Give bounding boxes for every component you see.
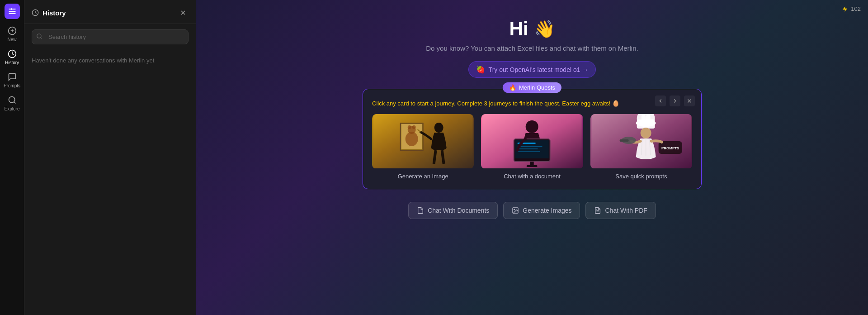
quest-card-chat-document[interactable]: Chat with a document — [481, 114, 583, 180]
svg-rect-30 — [518, 151, 540, 152]
main-content: 102 Hi 👋 Do you know? You can attach Exc… — [196, 0, 868, 315]
quest-card-2-image — [481, 114, 583, 168]
svg-rect-28 — [518, 146, 542, 147]
openai-emoji: 🍓 — [476, 65, 485, 74]
chat-with-pdf-button[interactable]: Chat With PDF — [585, 202, 656, 219]
quest-img-1 — [372, 114, 474, 168]
try-openai-button[interactable]: 🍓 Try out OpenAI's latest model o1 → — [468, 61, 596, 78]
greeting-section: Hi 👋 Do you know? You can attach Excel f… — [351, 18, 713, 52]
quest-img-3: PROMPTS — [590, 114, 692, 168]
chat-with-documents-button[interactable]: Chat With Documents — [408, 202, 498, 219]
svg-point-21 — [434, 123, 443, 133]
history-title-text: History — [42, 9, 66, 17]
history-header: History — [24, 0, 196, 24]
svg-point-5 — [9, 97, 14, 103]
sidebar-prompts-label: Prompts — [4, 83, 20, 88]
sidebar-item-new[interactable]: New — [1, 23, 24, 46]
quests-badge-emoji: 🔥 — [509, 84, 516, 91]
quest-card-3-label: Save quick prompts — [590, 173, 692, 180]
chat-pdf-label: Chat With PDF — [605, 207, 647, 214]
sidebar-item-prompts[interactable]: Prompts — [1, 69, 24, 92]
bottom-actions: Chat With Documents Generate Images Chat… — [408, 202, 656, 219]
egg-emoji: 🥚 — [612, 100, 619, 107]
try-openai-label: Try out OpenAI's latest model o1 → — [489, 66, 589, 73]
history-panel: History Haven't done any conversations w… — [24, 0, 196, 315]
quest-card-2-label: Chat with a document — [481, 173, 583, 180]
history-icon — [32, 9, 39, 16]
quest-card-1-image — [372, 114, 474, 168]
document-icon — [417, 207, 424, 214]
greeting-row: Hi 👋 — [351, 18, 713, 40]
sidebar-history-label: History — [5, 60, 19, 65]
svg-line-11 — [41, 37, 42, 38]
quests-close-button[interactable] — [684, 95, 695, 106]
badge-counter[interactable]: 102 — [842, 5, 861, 12]
svg-text:PROMPTS: PROMPTS — [661, 146, 679, 150]
quests-description-text: Click any card to start a journey. Compl… — [372, 100, 612, 107]
quests-badge: 🔥 Merlin Quests — [503, 82, 561, 93]
greeting-wave: 👋 — [534, 19, 555, 39]
history-search-box — [32, 29, 189, 44]
svg-rect-29 — [518, 148, 538, 149]
sidebar-item-history[interactable]: History — [1, 46, 24, 69]
quest-card-3-image: PROMPTS — [590, 114, 692, 168]
svg-point-20 — [412, 125, 416, 129]
svg-point-24 — [526, 120, 538, 133]
generate-images-label: Generate Images — [523, 207, 571, 214]
svg-rect-44 — [619, 139, 628, 142]
history-title: History — [32, 9, 66, 17]
lightning-icon — [842, 6, 848, 12]
quests-container: 🔥 Merlin Quests — [363, 89, 702, 189]
svg-point-39 — [640, 128, 651, 138]
quest-card-1-label: Generate an Image — [372, 173, 474, 180]
quests-cards-row: Generate an Image — [372, 114, 692, 180]
generate-images-button[interactable]: Generate Images — [503, 202, 580, 219]
quests-card: Click any card to start a journey. Compl… — [363, 89, 702, 189]
sidebar: New History Prompts Explore — [0, 0, 24, 315]
sidebar-item-explore[interactable]: Explore — [1, 92, 24, 115]
quest-card-generate-image[interactable]: Generate an Image — [372, 114, 474, 180]
svg-line-6 — [14, 102, 15, 104]
sidebar-new-label: New — [7, 37, 16, 42]
app-logo[interactable] — [5, 4, 20, 19]
quests-prev-button[interactable] — [655, 95, 666, 106]
svg-point-10 — [37, 33, 41, 38]
history-close-button[interactable] — [178, 7, 189, 18]
quests-controls — [655, 95, 695, 106]
no-history-message: Haven't done any conversations with Merl… — [24, 50, 196, 71]
image-icon — [512, 207, 519, 214]
quests-badge-label: Merlin Quests — [519, 84, 555, 91]
svg-point-19 — [408, 125, 411, 129]
sidebar-explore-label: Explore — [5, 106, 20, 111]
quest-card-save-prompts[interactable]: PROMPTS Save quick prompts — [590, 114, 692, 180]
badge-count: 102 — [851, 5, 861, 12]
quests-next-button[interactable] — [670, 95, 680, 106]
svg-rect-32 — [527, 165, 538, 167]
quests-description: Click any card to start a journey. Compl… — [372, 100, 692, 107]
search-input[interactable] — [32, 29, 189, 44]
chat-documents-label: Chat With Documents — [428, 207, 489, 214]
pdf-icon — [594, 207, 601, 214]
svg-point-48 — [514, 209, 515, 210]
greeting-subtitle: Do you know? You can attach Excel files … — [351, 44, 713, 52]
quest-img-2 — [481, 114, 583, 168]
greeting-hi: Hi — [509, 18, 528, 40]
svg-rect-0 — [10, 8, 12, 10]
search-icon — [36, 33, 42, 41]
